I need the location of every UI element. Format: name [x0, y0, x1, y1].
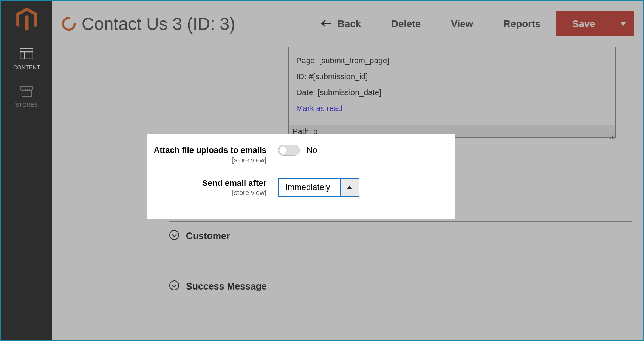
arrow-left-icon — [321, 18, 332, 30]
field-label: Send email after — [147, 178, 266, 188]
svg-rect-0 — [20, 48, 33, 59]
field-label: Attach file uploads to emails — [147, 145, 266, 156]
toggle-value: No — [307, 145, 317, 155]
page-title: Contact Us 3 (ID: 3) — [82, 14, 235, 34]
mark-as-read-link[interactable]: Mark as read — [296, 104, 343, 112]
field-scope: [store view] — [147, 156, 266, 164]
save-dropdown-button[interactable] — [612, 11, 634, 36]
svg-marker-10 — [347, 185, 352, 189]
svg-marker-6 — [620, 22, 626, 26]
resize-handle-icon[interactable] — [609, 132, 615, 137]
svg-line-7 — [610, 135, 614, 139]
svg-point-11 — [170, 230, 179, 240]
section-customer[interactable]: Customer — [169, 221, 632, 250]
sidebar-item-content[interactable]: CONTENT — [13, 48, 40, 70]
attach-uploads-toggle[interactable] — [278, 145, 300, 156]
content-icon — [20, 48, 33, 61]
sidebar-item-label: CONTENT — [13, 64, 40, 70]
editor-line: Date: [submission_date] — [296, 88, 608, 97]
stores-icon — [20, 86, 34, 98]
delete-button[interactable]: Delete — [376, 18, 436, 30]
editor-line: ID: #[submission_id] — [296, 72, 608, 81]
chevron-down-icon — [169, 280, 179, 292]
svg-point-12 — [170, 281, 179, 290]
magento-logo — [15, 6, 38, 33]
page-header: Contact Us 3 (ID: 3) Back Delete View Re… — [52, 1, 643, 47]
select-value: Immediately — [279, 179, 340, 196]
field-send-email-after: Send email after [store view] Immediatel… — [147, 178, 455, 197]
svg-rect-3 — [22, 91, 32, 96]
reports-button[interactable]: Reports — [488, 18, 556, 30]
section-title: Success Message — [186, 281, 267, 292]
save-button[interactable]: Save — [556, 11, 612, 36]
field-attach-uploads: Attach file uploads to emails [store vie… — [147, 145, 455, 164]
svg-line-9 — [613, 138, 614, 139]
back-button[interactable]: Back — [306, 18, 376, 30]
editor-body[interactable]: Page: [submit_from_page] ID: #[submissio… — [289, 47, 615, 125]
section-success-message[interactable]: Success Message — [169, 272, 632, 300]
send-after-select[interactable]: Immediately — [278, 178, 359, 197]
sidebar-item-label: STORES — [15, 102, 38, 108]
admin-sidebar: CONTENT STORES — [1, 1, 52, 340]
email-settings-highlight: Attach file uploads to emails [store vie… — [147, 134, 455, 219]
spinner-icon — [61, 16, 76, 31]
sidebar-item-stores[interactable]: STORES — [15, 86, 38, 108]
svg-point-4 — [63, 18, 75, 30]
triangle-up-icon — [340, 179, 359, 196]
editor-line: Page: [submit_from_page] — [296, 56, 608, 65]
field-scope: [store view] — [147, 189, 266, 197]
wysiwyg-editor[interactable]: Page: [submit_from_page] ID: #[submissio… — [288, 47, 616, 138]
section-title: Customer — [186, 230, 230, 241]
chevron-down-icon — [169, 230, 179, 241]
view-button[interactable]: View — [436, 18, 488, 30]
triangle-down-icon — [620, 21, 626, 27]
